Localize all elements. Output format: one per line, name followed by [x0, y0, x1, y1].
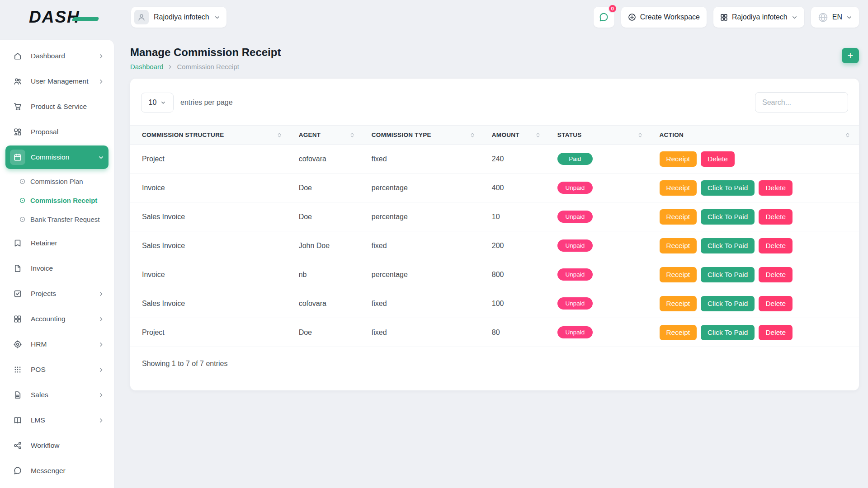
entries-per-page-select[interactable]: 10 [141, 93, 174, 113]
column-header-amount[interactable]: AMOUNT [484, 126, 549, 145]
sidebar-item-invoice[interactable]: Invoice [5, 257, 108, 280]
status-cell: Unpaid [549, 289, 651, 318]
page-header: Manage Commission Receipt Dashboard Comm… [130, 46, 859, 70]
delete-button[interactable]: Delete [759, 296, 793, 311]
sidebar-item-lms[interactable]: LMS [5, 408, 108, 432]
sidebar-item-label: HRM [31, 340, 93, 348]
sidebar-subitem-bank-transfer-request[interactable]: Bank Transfer Request [19, 210, 108, 229]
sidebar-item-label: LMS [31, 416, 93, 424]
amount-cell: 200 [484, 231, 549, 260]
language-selector[interactable]: EN [811, 7, 859, 28]
column-header-commission-structure[interactable]: COMMISSION STRUCTURE [130, 126, 291, 145]
delete-button[interactable]: Delete [759, 180, 793, 196]
agent-cell: Doe [291, 202, 363, 231]
column-header-label: COMMISSION STRUCTURE [142, 131, 224, 138]
delete-button[interactable]: Delete [759, 238, 793, 253]
chevron-right-icon [98, 367, 104, 373]
sidebar-item-commission[interactable]: Commission [5, 145, 108, 169]
receipt-button[interactable]: Receipt [660, 180, 697, 196]
column-header-action[interactable]: ACTION [651, 126, 859, 145]
delete-button[interactable]: Delete [701, 151, 735, 167]
sidebar-item-retainer[interactable]: Retainer [5, 231, 108, 255]
chevron-right-icon [98, 316, 104, 322]
type-cell: fixed [363, 231, 484, 260]
agent-cell: cofovara [291, 289, 363, 318]
sidebar-subitem-commission-receipt[interactable]: Commission Receipt [19, 191, 108, 210]
file-icon [14, 264, 22, 272]
column-header-status[interactable]: STATUS [549, 126, 651, 145]
receipt-button[interactable]: Receipt [660, 151, 697, 167]
click-to-paid-button[interactable]: Click To Paid [701, 238, 755, 253]
column-header-label: STATUS [557, 131, 582, 138]
sidebar-submenu-commission: Commission PlanCommission ReceiptBank Tr… [5, 171, 108, 231]
receipt-button[interactable]: Receipt [660, 325, 697, 340]
messages-badge: 0 [608, 4, 617, 13]
receipt-button[interactable]: Receipt [660, 209, 697, 225]
workspace-selector[interactable]: Rajodiya infotech [131, 7, 226, 28]
main-content: Manage Commission Receipt Dashboard Comm… [114, 34, 868, 488]
chat-icon [599, 13, 609, 22]
delete-button[interactable]: Delete [759, 209, 793, 225]
messages-button[interactable]: 0 [594, 7, 614, 28]
sidebar-item-proposal[interactable]: Proposal [5, 120, 108, 144]
click-to-paid-button[interactable]: Click To Paid [701, 325, 755, 340]
column-header-agent[interactable]: AGENT [291, 126, 363, 145]
target-icon [14, 340, 22, 348]
status-badge: Unpaid [557, 239, 593, 252]
calendar-icon [14, 153, 22, 161]
click-to-paid-button[interactable]: Click To Paid [701, 209, 755, 225]
create-workspace-button[interactable]: Create Workspace [621, 7, 707, 28]
brand-logo[interactable]: DASH [29, 8, 131, 27]
sidebar-item-pos[interactable]: POS [5, 358, 108, 381]
click-to-paid-button[interactable]: Click To Paid [701, 267, 755, 282]
click-to-paid-button[interactable]: Click To Paid [701, 180, 755, 196]
delete-button[interactable]: Delete [759, 325, 793, 340]
sidebar-item-sales[interactable]: Sales [5, 383, 108, 407]
amount-cell: 800 [484, 260, 549, 289]
chevron-down-icon [846, 14, 852, 20]
sidebar-item-label: POS [31, 366, 93, 374]
sidebar-subitem-commission-plan[interactable]: Commission Plan [19, 172, 108, 191]
sidebar-item-messenger[interactable]: Messenger [5, 459, 108, 483]
showing-entries-text: Showing 1 to 7 of 7 entries [130, 347, 859, 368]
table-controls: 10 entries per page [130, 92, 859, 125]
sidebar-item-accounting[interactable]: Accounting [5, 307, 108, 331]
column-header-label: AGENT [299, 131, 321, 138]
receipt-button[interactable]: Receipt [660, 296, 697, 311]
action-cell: ReceiptClick To PaidDelete [651, 260, 859, 289]
chevron-down-icon [792, 14, 797, 20]
status-cell: Unpaid [549, 260, 651, 289]
table-row: InvoiceDoepercentage400UnpaidReceiptClic… [130, 174, 859, 202]
sidebar-item-hrm[interactable]: HRM [5, 333, 108, 356]
sidebar-item-projects[interactable]: Projects [5, 282, 108, 305]
user-icon [137, 13, 146, 21]
chevron-right-icon [167, 64, 173, 70]
click-to-paid-button[interactable]: Click To Paid [701, 296, 755, 311]
table-row: Invoicenbpercentage800UnpaidReceiptClick… [130, 260, 859, 289]
receipt-button[interactable]: Receipt [660, 238, 697, 253]
receipt-button[interactable]: Receipt [660, 267, 697, 282]
sidebar-item-label: Workflow [31, 441, 104, 450]
breadcrumb-dashboard-link[interactable]: Dashboard [130, 63, 163, 70]
layout-icon-box [10, 311, 25, 327]
search-input[interactable] [755, 92, 848, 113]
table-row: Sales InvoiceJohn Doefixed200UnpaidRecei… [130, 231, 859, 260]
amount-cell: 10 [484, 202, 549, 231]
table-row: Sales InvoiceDoepercentage10UnpaidReceip… [130, 202, 859, 231]
sidebar-item-user-management[interactable]: User Management [5, 70, 108, 93]
grid-dots-icon-box [10, 362, 25, 377]
column-header-commission-type[interactable]: COMMISSION TYPE [363, 126, 484, 145]
sidebar-item-label: Accounting [31, 315, 93, 323]
sidebar-item-product-service[interactable]: Product & Service [5, 95, 108, 118]
home-icon-box [10, 48, 25, 64]
structure-cell: Sales Invoice [130, 202, 291, 231]
type-cell: percentage [363, 174, 484, 202]
delete-button[interactable]: Delete [759, 267, 793, 282]
status-badge: Paid [557, 153, 593, 165]
company-selector[interactable]: Rajodiya infotech [713, 7, 804, 28]
workspace-grid-icon [720, 14, 728, 21]
create-workspace-label: Create Workspace [640, 13, 700, 21]
sidebar-item-dashboard[interactable]: Dashboard [5, 44, 108, 68]
add-commission-receipt-button[interactable]: + [842, 48, 859, 63]
sidebar-item-workflow[interactable]: Workflow [5, 434, 108, 457]
